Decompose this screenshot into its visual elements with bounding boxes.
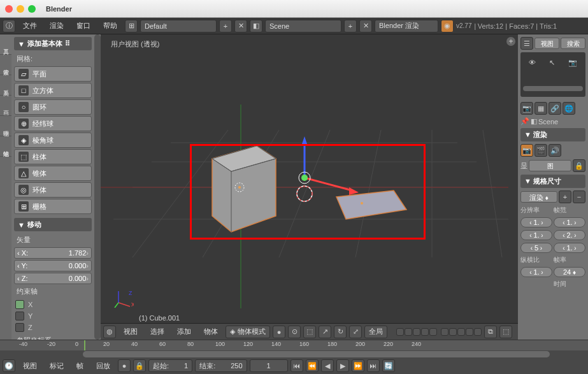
vp-menu-view[interactable]: 视图 (118, 326, 143, 338)
vec-z-input[interactable]: ‹ Z:0.000 › (14, 273, 92, 284)
sync-icon[interactable]: 🔄 (382, 359, 395, 372)
layer-buttons[interactable] (396, 328, 482, 336)
outliner-type-icon[interactable]: ☰ (520, 37, 533, 50)
pin-icon[interactable]: 📌 (520, 117, 529, 126)
manipulator-toggle-icon[interactable]: ⬚ (303, 326, 316, 338)
scene-dropdown[interactable]: Scene (265, 20, 341, 32)
prev-keyframe-icon[interactable]: ⏪ (306, 359, 319, 372)
outliner-search-btn[interactable]: 搜索 (561, 38, 585, 49)
mode-dropdown[interactable]: ◈ 物体模式 (226, 326, 270, 338)
layout-icon[interactable]: ⊞ (125, 20, 138, 32)
timeline-scrollbar-track[interactable] (0, 350, 588, 358)
add-primitive-header[interactable]: ▼ 添加基本体 ⠿ (14, 37, 92, 50)
jump-end-icon[interactable]: ⏭ (367, 359, 380, 372)
current-frame-field[interactable]: 1 (250, 359, 288, 372)
add-icosphere-btn[interactable]: ◈棱角球 (14, 133, 92, 148)
translate-gizmo-icon[interactable]: ↗ (319, 326, 331, 338)
snap-icon[interactable]: ⬚ (499, 326, 512, 338)
timeline-type-icon[interactable]: 🕐 (3, 359, 15, 372)
add-uvsphere-btn[interactable]: ⊕经纬球 (14, 116, 92, 131)
rotate-gizmo-icon[interactable]: ↻ (334, 326, 347, 338)
menu-render[interactable]: 渲染 (45, 20, 69, 32)
restrict-select-icon[interactable]: ↖ (549, 59, 555, 67)
props-layers-tab[interactable]: ▦ (534, 102, 547, 115)
vp-menu-select[interactable]: 选择 (145, 326, 169, 338)
timeline-ruler[interactable]: -40-20020406080100120140160180200220240 (0, 340, 588, 350)
vp-menu-add[interactable]: 添加 (172, 326, 196, 338)
render-engine-dropdown[interactable]: Blender 渲染 (375, 20, 438, 32)
menu-help[interactable]: 帮助 (98, 20, 122, 32)
tl-menu-frame[interactable]: 帧 (71, 360, 89, 372)
cube-object[interactable] (212, 146, 276, 232)
render-anim-btn[interactable]: 🎬 (534, 144, 547, 157)
tab-create[interactable]: 搜索 (0, 55, 11, 75)
tl-menu-playback[interactable]: 回放 (91, 360, 115, 372)
move-header[interactable]: ▼ 移动 (14, 218, 92, 231)
minimize-window-btn[interactable] (17, 5, 24, 13)
scene-del-btn[interactable]: ✕ (359, 20, 372, 32)
editor-type-icon[interactable]: ◍ (103, 326, 116, 338)
scene-icon[interactable]: ◧ (250, 20, 262, 32)
add-grid-btn[interactable]: ⊞栅格 (14, 199, 92, 214)
add-cylinder-btn[interactable]: ⬚柱体 (14, 149, 92, 164)
frame-end-input[interactable]: ‹ 2. › (554, 230, 585, 240)
aspect-x-input[interactable]: ‹ 1. › (520, 267, 552, 277)
add-torus-btn[interactable]: ◎环体 (14, 182, 92, 198)
tl-menu-view[interactable]: 视图 (18, 360, 42, 372)
res-y-input[interactable]: ‹ 1. › (520, 230, 552, 240)
auto-keyframe-icon[interactable]: ● (118, 359, 131, 372)
fps-input[interactable]: 24 ♦ (554, 267, 585, 277)
restrict-render-icon[interactable]: 📷 (568, 59, 577, 67)
timeline-area[interactable]: -40-20020406080100120140160180200220240 (0, 340, 588, 357)
scene-add-btn[interactable]: + (344, 20, 357, 32)
res-x-input[interactable]: ‹ 1. › (520, 217, 552, 227)
props-world-tab[interactable]: 🌐 (563, 102, 575, 115)
tab-anim[interactable]: 画 (0, 96, 11, 116)
render-audio-btn[interactable]: 🔊 (549, 144, 561, 157)
scene-breadcrumb[interactable]: Scene (538, 118, 558, 126)
add-plane-btn[interactable]: ▱平面 (14, 66, 92, 82)
info-icon[interactable]: ⓘ (3, 20, 15, 32)
vec-x-input[interactable]: ‹ X:1.782 › (14, 247, 92, 259)
props-render-tab[interactable]: 📷 (520, 102, 533, 115)
next-keyframe-icon[interactable]: ⏩ (352, 359, 364, 372)
tab-physics[interactable]: 物理 (0, 116, 11, 136)
playhead[interactable] (84, 340, 85, 350)
frame-step-input[interactable]: ‹ 1. › (554, 243, 585, 253)
outliner-view-btn[interactable]: 视图 (534, 38, 559, 49)
play-icon[interactable]: ▶ (336, 359, 349, 372)
menu-file[interactable]: 文件 (18, 20, 42, 32)
render-image-btn[interactable]: 📷 (520, 144, 533, 157)
dimensions-header[interactable]: ▼ 规格尺寸 (520, 175, 585, 188)
3d-viewport[interactable]: 用户视图 (透视) + (101, 34, 518, 340)
toolshelf-scrollbar[interactable] (94, 34, 101, 340)
scale-gizmo-icon[interactable]: ⤢ (349, 326, 362, 338)
shading-solid-icon[interactable]: ● (273, 326, 285, 338)
vec-y-input[interactable]: ‹ Y:0.000 › (14, 260, 92, 271)
preset-del-btn[interactable]: − (573, 191, 585, 203)
layout-add-btn[interactable]: + (219, 20, 232, 32)
plane-object[interactable] (336, 191, 406, 219)
outliner-scroll[interactable] (523, 86, 583, 91)
tab-relations[interactable]: 关系 (0, 75, 11, 96)
lock-range-icon[interactable]: 🔒 (133, 359, 146, 372)
preset-dropdown[interactable]: 渲染 ♦ (520, 191, 557, 203)
frame-end-field[interactable]: 结束: 250 (195, 359, 247, 372)
frame-start-input[interactable]: ‹ 1. › (554, 217, 585, 227)
close-window-btn[interactable] (5, 5, 13, 13)
screen-layout-dropdown[interactable]: Default (140, 20, 217, 32)
preset-add-btn[interactable]: + (559, 191, 571, 203)
display-mode-dropdown[interactable]: 图 (529, 160, 571, 171)
maximize-window-btn[interactable] (28, 5, 36, 13)
tab-gp[interactable]: 油蜡笔 (0, 136, 11, 157)
add-circle-btn[interactable]: ○圆环 (14, 99, 92, 115)
tl-menu-marker[interactable]: 标记 (45, 360, 69, 372)
add-cube-btn[interactable]: □立方体 (14, 83, 92, 98)
vp-menu-object[interactable]: 物体 (199, 326, 223, 338)
axis-z-check[interactable]: Z (14, 322, 92, 333)
props-scene-tab[interactable]: 🔗 (549, 102, 561, 115)
viewport-canvas[interactable] (101, 34, 508, 308)
pivot-icon[interactable]: ⊙ (288, 326, 301, 338)
frame-start-field[interactable]: 起始: 1 (148, 359, 192, 372)
layout-del-btn[interactable]: ✕ (234, 20, 247, 32)
